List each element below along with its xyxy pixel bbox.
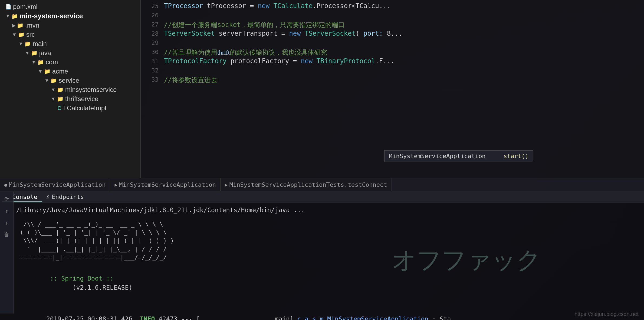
tree-item-pomxml[interactable]: 📄 pom.xml	[0, 2, 140, 11]
tree-item-java[interactable]: ▼ 📁 java	[0, 48, 140, 58]
watermark-text: https://xiejun.blog.csdn.net	[574, 311, 639, 317]
console-path-line: /Library/Java/JavaVirtualMachines/jdk1.8…	[16, 205, 642, 215]
tree-item-mvn[interactable]: ▶ 📁 .mvn	[0, 21, 140, 30]
tree-arrow-service: ▼	[44, 78, 49, 84]
editor-tab-bar: ● MinSystemServiceApplication ▶ MinSyste…	[0, 178, 644, 191]
code-line-31: 31 TProtocolFactory protocolFactory = ne…	[141, 57, 644, 66]
tab-tests[interactable]: ▶ MinSystemServiceApplicationTests.testC…	[221, 178, 392, 191]
main-folder-icon: 📁	[24, 41, 31, 47]
spring-ascii-art: /\\ / ___'_ __ _ _(_)_ __ __ _ \ \ \ \ (…	[16, 220, 642, 262]
xml-file-icon: 📄	[5, 4, 11, 10]
com-folder-icon: 📁	[37, 59, 44, 65]
code-line-29: 29	[141, 39, 644, 48]
tab-minsystemservice-app2[interactable]: ▶ MinSystemServiceApplication	[110, 178, 220, 191]
run-toolbar: ⟳ ↑ ↓ 🗑	[0, 192, 14, 314]
acme-folder-icon: 📁	[44, 68, 51, 75]
endpoints-icon: ⚡	[46, 194, 50, 200]
tree-arrow-acme: ▼	[38, 69, 43, 74]
top-section: 📄 pom.xml ▼ 📁 min-system-service ▶ 📁 .mv…	[0, 0, 644, 178]
tree-item-src[interactable]: ▼ 📁 src	[0, 30, 140, 39]
tree-item-minsystemservice[interactable]: ▼ 📁 minsystemservice	[0, 85, 140, 94]
code-line-30: 30 //暂且理解为使用thrift的默认传输协议，我也没具体研究	[141, 48, 644, 57]
service-folder-icon: 📁	[50, 77, 57, 84]
bottom-panel: ≡ Console ⚡ Endpoints ⟳ ↑ ↓ 🗑 /Library/J…	[0, 191, 644, 320]
tree-arrow-src: ▼	[12, 32, 17, 38]
log-line-1: 2019-07-25 00:08:31.426 INFO 42473 --- […	[16, 305, 642, 320]
project-folder-icon: 📁	[11, 13, 18, 19]
ide-container: 📄 pom.xml ▼ 📁 min-system-service ▶ 📁 .mv…	[0, 0, 644, 320]
code-line-32: 32	[141, 66, 644, 76]
tree-arrow-com: ▼	[31, 59, 36, 65]
file-tree-sidebar: 📄 pom.xml ▼ 📁 min-system-service ▶ 📁 .mv…	[0, 0, 141, 178]
tree-arrow-thrift: ▼	[51, 96, 56, 102]
code-editor: 25 TProcessor tProcessor = new TCalculat…	[141, 0, 644, 178]
restart-icon[interactable]: ⟳	[2, 194, 12, 204]
tree-arrow-java: ▼	[25, 50, 30, 56]
method-tooltip: MinSystemServiceApplication start()	[384, 150, 533, 162]
editor-content: 25 TProcessor tProcessor = new TCalculat…	[141, 0, 644, 87]
minsys-folder-icon: 📁	[57, 86, 64, 93]
console-output: /Library/Java/JavaVirtualMachines/jdk1.8…	[0, 203, 644, 320]
tree-arrow-main: ▼	[18, 41, 23, 47]
src-folder-icon: 📁	[18, 31, 25, 38]
code-line-25: 25 TProcessor tProcessor = new TCalculat…	[141, 2, 644, 11]
tab-minsystemservice-app[interactable]: ● MinSystemServiceApplication	[0, 178, 110, 191]
code-line-28: 28 TServerSocket serverTransport = new T…	[141, 30, 644, 39]
java-class-icon: C	[57, 105, 61, 111]
tab-icon-app: ●	[4, 182, 7, 188]
tree-arrow-minsys: ▼	[51, 87, 56, 93]
tree-item-acme[interactable]: ▼ 📁 acme	[0, 67, 140, 76]
clear-console-icon[interactable]: 🗑	[2, 230, 12, 239]
code-line-33: 33 //将参数设置进去	[141, 76, 644, 85]
tree-item-project[interactable]: ▼ 📁 min-system-service	[0, 11, 140, 21]
scroll-up-icon[interactable]: ↑	[2, 206, 12, 216]
tab-icon-app2: ▶	[114, 182, 117, 188]
tree-item-com[interactable]: ▼ 📁 com	[0, 58, 140, 67]
tree-item-main[interactable]: ▼ 📁 main	[0, 39, 140, 48]
tree-arrow-mvn: ▶	[12, 22, 16, 28]
console-toolbar: ≡ Console ⚡ Endpoints	[0, 191, 644, 203]
code-line-26: 26	[141, 11, 644, 21]
spring-version-line: :: Spring Boot :: (v2.1.6.RELEASE)	[16, 264, 642, 302]
tree-item-service[interactable]: ▼ 📁 service	[0, 76, 140, 85]
thrift-folder-icon: 📁	[57, 96, 64, 102]
tree-arrow: ▼	[5, 13, 10, 19]
tab-endpoints[interactable]: ⚡ Endpoints	[42, 192, 88, 202]
tree-item-tcalculate[interactable]: C TCalculateImpl	[0, 104, 140, 113]
code-line-27: 27 //创建一个服务端socket，最简单的，只需要指定绑定的端口	[141, 21, 644, 30]
mvn-folder-icon: 📁	[17, 22, 24, 29]
tab-icon-tests: ▶	[225, 182, 228, 188]
scroll-down-icon[interactable]: ↓	[2, 218, 12, 228]
tree-item-thriftservice[interactable]: ▼ 📁 thriftservice	[0, 94, 140, 104]
java-folder-icon: 📁	[31, 50, 38, 56]
